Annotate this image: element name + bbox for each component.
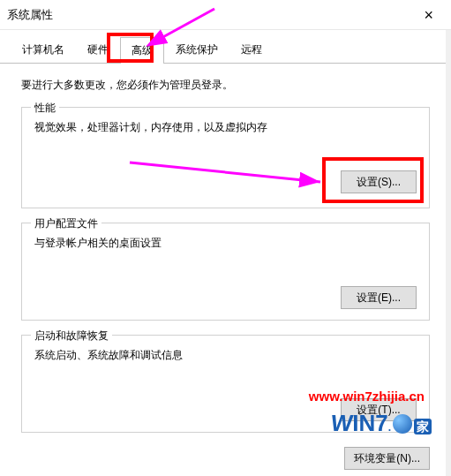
admin-hint: 要进行大多数更改，您必须作为管理员登录。 (21, 78, 430, 93)
watermark-logo: WIN7.家 (331, 410, 432, 437)
startup-legend: 启动和故障恢复 (31, 329, 112, 344)
performance-text: 视觉效果，处理器计划，内存使用，以及虚拟内存 (34, 120, 417, 135)
user-profiles-group: 用户配置文件 与登录帐户相关的桌面设置 设置(E)... (21, 223, 430, 321)
user-profiles-legend: 用户配置文件 (31, 216, 101, 231)
user-profiles-text: 与登录帐户相关的桌面设置 (34, 236, 417, 251)
tab-hardware[interactable]: 硬件 (76, 36, 120, 63)
close-icon[interactable]: × (413, 0, 444, 30)
performance-settings-button[interactable]: 设置(S)... (341, 170, 417, 193)
performance-group: 性能 视觉效果，处理器计划，内存使用，以及虚拟内存 设置(S)... (21, 107, 430, 208)
window-title: 系统属性 (7, 7, 53, 23)
environment-variables-button[interactable]: 环境变量(N)... (344, 447, 430, 470)
startup-text: 系统启动、系统故障和调试信息 (34, 348, 417, 363)
tab-strip: 计算机名 硬件 高级 系统保护 远程 (0, 30, 451, 64)
tab-advanced[interactable]: 高级 (120, 37, 164, 64)
tab-system-protection[interactable]: 系统保护 (164, 36, 229, 63)
tab-remote[interactable]: 远程 (229, 36, 274, 63)
tab-computer-name[interactable]: 计算机名 (11, 36, 76, 63)
scrollbar-edge (446, 30, 451, 476)
user-profiles-settings-button[interactable]: 设置(E)... (341, 286, 417, 309)
titlebar: 系统属性 × (0, 0, 451, 30)
system-properties-dialog: 系统属性 × 计算机名 硬件 高级 系统保护 远程 要进行大多数更改，您必须作为… (0, 0, 451, 476)
performance-legend: 性能 (31, 101, 59, 116)
watermark-url: www.win7zhijia.cn (309, 389, 425, 404)
